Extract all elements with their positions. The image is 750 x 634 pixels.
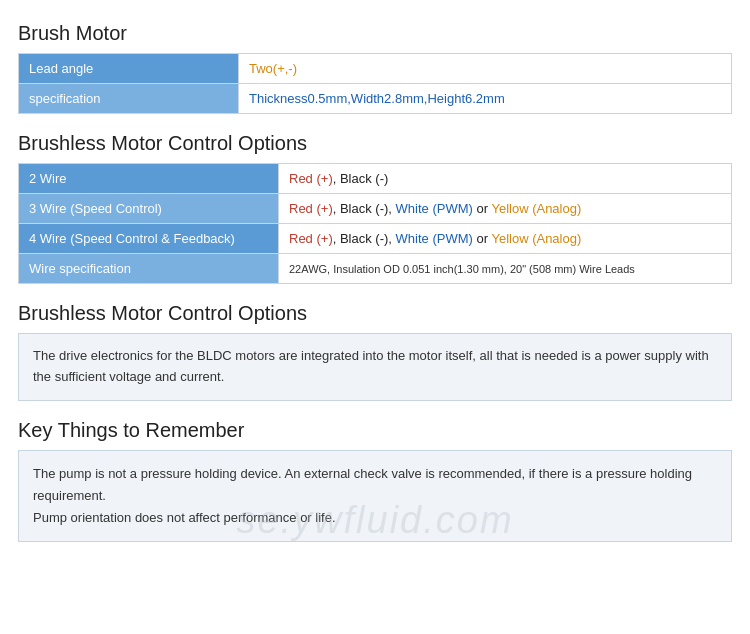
4wire-label: 4 Wire (Speed Control & Feedback) [19, 224, 279, 254]
sep2: , [388, 201, 395, 216]
wire-spec-text: 22AWG, Insulation OD 0.051 inch(1.30 mm)… [289, 263, 635, 275]
sep2: , [388, 231, 395, 246]
black-text: Black (-) [340, 171, 388, 186]
table-row: 2 Wire Red (+), Black (-) [19, 164, 732, 194]
brushless-info-text: The drive electronics for the BLDC motor… [33, 348, 709, 384]
page-wrapper: Brush Motor Lead angle Two(+,-) specific… [0, 0, 750, 572]
2wire-value: Red (+), Black (-) [279, 164, 732, 194]
key-things-line2: Pump orientation does not affect perform… [33, 507, 717, 529]
lead-angle-text: Two(+,-) [249, 61, 297, 76]
black-text: Black (-) [340, 201, 388, 216]
key-things-title: Key Things to Remember [18, 419, 732, 442]
lead-angle-label: Lead angle [19, 54, 239, 84]
table-row: 3 Wire (Speed Control) Red (+), Black (-… [19, 194, 732, 224]
lead-angle-value: Two(+,-) [239, 54, 732, 84]
table-row: specification Thickness0.5mm,Width2.8mm,… [19, 84, 732, 114]
white-text: White (PWM) [396, 201, 473, 216]
sep3: or [473, 231, 492, 246]
brushless-control-title: Brushless Motor Control Options [18, 132, 732, 155]
specification-label: specification [19, 84, 239, 114]
sep3: or [473, 201, 492, 216]
sep1: , [333, 231, 340, 246]
3wire-label: 3 Wire (Speed Control) [19, 194, 279, 224]
sep1: , [333, 201, 340, 216]
3wire-value: Red (+), Black (-), White (PWM) or Yello… [279, 194, 732, 224]
key-things-line1: The pump is not a pressure holding devic… [33, 463, 717, 507]
brushless-control-table: 2 Wire Red (+), Black (-) 3 Wire (Speed … [18, 163, 732, 284]
brush-motor-table: Lead angle Two(+,-) specification Thickn… [18, 53, 732, 114]
yellow-text: Yellow (Analog) [491, 201, 581, 216]
red-text: Red (+) [289, 171, 333, 186]
yellow-text: Yellow (Analog) [491, 231, 581, 246]
red-text: Red (+) [289, 201, 333, 216]
specification-text: Thickness0.5mm,Width2.8mm,Height6.2mm [249, 91, 505, 106]
key-things-box: The pump is not a pressure holding devic… [18, 450, 732, 542]
table-row: 4 Wire (Speed Control & Feedback) Red (+… [19, 224, 732, 254]
wire-spec-label: Wire specification [19, 254, 279, 284]
table-row: Wire specification 22AWG, Insulation OD … [19, 254, 732, 284]
brushless-info-box: The drive electronics for the BLDC motor… [18, 333, 732, 401]
4wire-value: Red (+), Black (-), White (PWM) or Yello… [279, 224, 732, 254]
white-text: White (PWM) [396, 231, 473, 246]
brushless-info-title: Brushless Motor Control Options [18, 302, 732, 325]
2wire-label: 2 Wire [19, 164, 279, 194]
table-row: Lead angle Two(+,-) [19, 54, 732, 84]
wire-spec-value: 22AWG, Insulation OD 0.051 inch(1.30 mm)… [279, 254, 732, 284]
separator: , [333, 171, 340, 186]
black-text: Black (-) [340, 231, 388, 246]
red-text: Red (+) [289, 231, 333, 246]
specification-value: Thickness0.5mm,Width2.8mm,Height6.2mm [239, 84, 732, 114]
brush-motor-title: Brush Motor [18, 22, 732, 45]
